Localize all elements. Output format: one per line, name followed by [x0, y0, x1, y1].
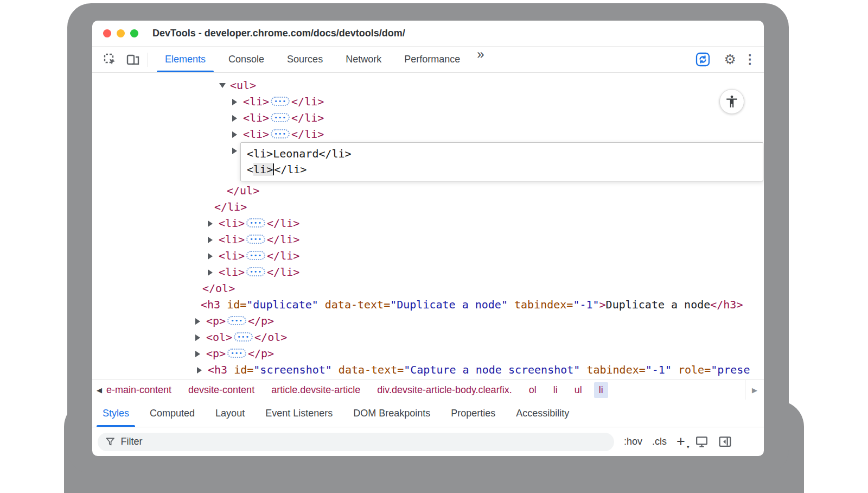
new-style-rule-caret-icon: ▾	[687, 444, 690, 450]
tag-text: </li>	[267, 266, 299, 279]
tab-layout[interactable]: Layout	[205, 400, 255, 427]
attribute-value: "prese	[711, 363, 750, 376]
attribute-value: "-1"	[646, 363, 672, 376]
crumb-item[interactable]: li	[553, 384, 558, 396]
tag-text: <li>	[219, 217, 245, 230]
tag-text: </li>	[214, 200, 247, 213]
crumb-scroll-right-icon[interactable]: ▶	[745, 380, 764, 400]
crumb-item[interactable]: article.devsite-article	[271, 384, 360, 396]
settings-gear-icon[interactable]: ⚙	[724, 53, 736, 66]
expand-arrow-icon[interactable]	[195, 345, 206, 362]
tag-text: </h3>	[710, 298, 743, 311]
accessibility-person-icon[interactable]	[719, 89, 744, 114]
expand-arrow-icon[interactable]	[195, 329, 206, 345]
inline-expand-ellipsis-button[interactable]: •••	[246, 267, 265, 276]
attribute-value: "screenshot"	[253, 363, 332, 376]
crumb-item[interactable]: ol	[529, 384, 537, 396]
dom-tree-row[interactable]: </li>	[92, 199, 764, 215]
expand-arrow-icon[interactable]	[197, 362, 208, 378]
inline-expand-ellipsis-button[interactable]: •••	[246, 218, 265, 227]
expand-arrow-icon[interactable]	[232, 126, 243, 142]
inline-expand-ellipsis-button[interactable]: •••	[271, 113, 290, 122]
dom-tree-row[interactable]: <li>•••</li>	[92, 248, 764, 264]
tab-sources[interactable]: Sources	[276, 47, 334, 72]
sync-icon[interactable]	[694, 50, 712, 69]
attribute-name: role=	[672, 363, 711, 376]
tab-styles[interactable]: Styles	[92, 400, 139, 427]
tab-properties[interactable]: Properties	[441, 400, 506, 427]
screenshot-stage: DevTools - developer.chrome.com/docs/dev…	[0, 0, 868, 493]
expand-arrow-icon[interactable]	[208, 215, 219, 231]
dom-tree-row[interactable]: <ul>	[92, 77, 764, 93]
edit-line-2: <li></li>	[247, 162, 757, 178]
element-classes-button[interactable]: .cls	[652, 436, 667, 447]
expand-arrow-icon[interactable]	[219, 77, 230, 93]
dom-tree-row[interactable]: <li>Leonard</li><li></li>	[92, 142, 764, 182]
zoom-button[interactable]	[130, 29, 138, 37]
panel-tabs: Elements Console Sources Network Perform…	[154, 47, 490, 72]
tab-elements[interactable]: Elements	[154, 47, 217, 72]
dom-tree: <ul><li>•••</li><li>•••</li><li>•••</li>…	[92, 73, 764, 378]
tab-console[interactable]: Console	[217, 47, 276, 72]
filter-input[interactable]	[120, 436, 607, 447]
dom-tree-row[interactable]: </ul>	[92, 182, 764, 199]
tab-computed[interactable]: Computed	[139, 400, 205, 427]
close-button[interactable]	[103, 29, 111, 37]
dom-tree-row[interactable]: <li>•••</li>	[92, 215, 764, 231]
expand-arrow-icon[interactable]	[195, 313, 206, 329]
tag-text: <li>	[243, 128, 269, 141]
toggle-element-state-button[interactable]: :hov	[624, 436, 642, 447]
minimize-button[interactable]	[117, 29, 125, 37]
inline-expand-ellipsis-button[interactable]: •••	[234, 332, 253, 342]
dom-tree-row[interactable]: <li>•••</li>	[92, 110, 764, 126]
inline-expand-ellipsis-button[interactable]: •••	[227, 316, 246, 325]
dom-tree-row[interactable]: <ol>•••</ol>	[92, 329, 764, 345]
crumb-item[interactable]: div.devsite-article-body.clearfix.	[377, 384, 512, 396]
expand-arrow-icon[interactable]	[232, 93, 243, 110]
inline-expand-ellipsis-button[interactable]: •••	[246, 251, 265, 260]
inline-edit-box[interactable]: <li>Leonard</li><li></li>	[240, 142, 763, 181]
tag-text: </ol>	[254, 331, 287, 344]
dom-tree-row[interactable]: </ol>	[92, 280, 764, 296]
tab-performance[interactable]: Performance	[393, 47, 471, 72]
inline-expand-ellipsis-button[interactable]: •••	[271, 129, 290, 138]
dom-tree-row[interactable]: <li>•••</li>	[92, 93, 764, 110]
new-style-rule-button[interactable]: +▾	[676, 434, 685, 449]
kebab-menu-icon[interactable]: ⋮	[744, 53, 756, 66]
expand-arrow-icon[interactable]	[208, 248, 219, 264]
expand-arrow-icon[interactable]	[208, 264, 219, 280]
tab-network[interactable]: Network	[334, 47, 393, 72]
crumb-scroll-left-icon[interactable]: ◀	[92, 386, 106, 394]
dom-tree-row[interactable]: <p>•••</p>	[92, 313, 764, 329]
crumb-item-selected[interactable]: li	[594, 382, 608, 398]
tab-dom-breakpoints[interactable]: DOM Breakpoints	[343, 400, 441, 427]
tag-text: </p>	[248, 347, 274, 360]
style-filter-field[interactable]	[98, 433, 614, 451]
rendering-emulation-icon[interactable]	[695, 435, 709, 448]
device-toolbar-icon[interactable]	[124, 50, 142, 69]
dock-sidebar-icon[interactable]	[718, 435, 732, 448]
dom-tree-row[interactable]: <h3 id="duplicate" data-text="Duplicate …	[92, 296, 764, 313]
dom-tree-row[interactable]: <h3 id="screenshot" data-text="Capture a…	[92, 362, 764, 378]
inline-expand-ellipsis-button[interactable]: •••	[227, 349, 246, 358]
crumb-item[interactable]: e-main-content	[106, 384, 171, 396]
elements-panel: <ul><li>•••</li><li>•••</li><li>•••</li>…	[92, 73, 764, 380]
tag-text: </p>	[248, 314, 274, 327]
expand-arrow-icon[interactable]	[208, 231, 219, 248]
breadcrumb: ◀ e-main-content devsite-content article…	[92, 380, 764, 400]
dom-tree-row[interactable]: <li>•••</li>	[92, 264, 764, 280]
crumb-item[interactable]: devsite-content	[188, 384, 254, 396]
sidebar-pane-tabs: Styles Computed Layout Event Listeners D…	[92, 400, 764, 427]
inspect-element-icon[interactable]	[101, 50, 119, 69]
tag-text: <li>	[243, 95, 269, 108]
more-tabs-icon[interactable]: »	[471, 47, 489, 72]
dom-tree-row[interactable]: <li>•••</li>	[92, 126, 764, 142]
tab-event-listeners[interactable]: Event Listeners	[255, 400, 343, 427]
dom-tree-row[interactable]: <li>•••</li>	[92, 231, 764, 248]
tab-accessibility[interactable]: Accessibility	[506, 400, 579, 427]
dom-tree-row[interactable]: <p>•••</p>	[92, 345, 764, 362]
crumb-item[interactable]: ul	[575, 384, 582, 396]
expand-arrow-icon[interactable]	[232, 110, 243, 126]
inline-expand-ellipsis-button[interactable]: •••	[246, 235, 265, 244]
inline-expand-ellipsis-button[interactable]: •••	[271, 97, 290, 106]
